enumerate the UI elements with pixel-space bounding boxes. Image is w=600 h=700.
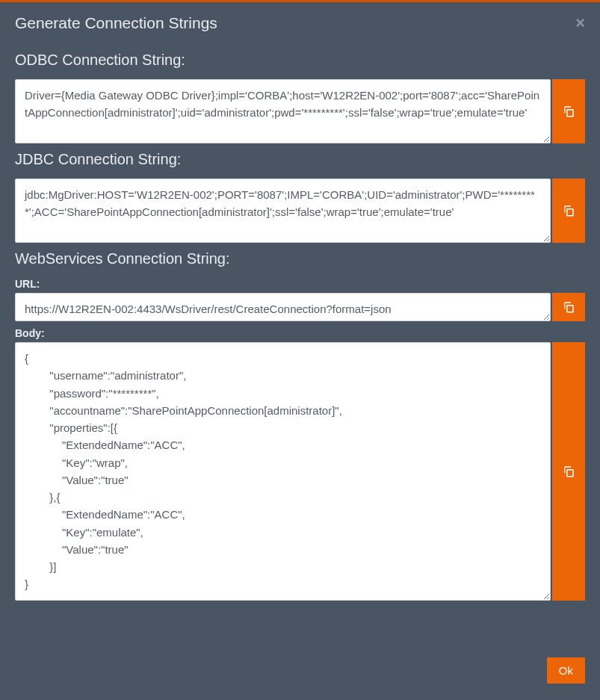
modal-title: Generate Connection Strings <box>15 14 217 32</box>
ws-body-textarea[interactable] <box>15 342 551 601</box>
ws-url-textarea[interactable] <box>15 293 551 321</box>
svg-rect-3 <box>567 470 573 477</box>
close-button[interactable]: × <box>575 15 585 31</box>
copy-icon <box>562 465 575 478</box>
webservices-section-label: WebServices Connection String: <box>15 250 585 267</box>
copy-icon <box>562 300 575 314</box>
jdbc-connection-string-textarea[interactable] <box>15 179 551 243</box>
modal-body: ODBC Connection String: JDBC Connection … <box>0 41 600 645</box>
odbc-connection-string-textarea[interactable] <box>15 79 551 143</box>
generate-connection-strings-modal: Generate Connection Strings × ODBC Conne… <box>0 0 600 700</box>
ws-body-label: Body: <box>15 327 585 339</box>
odbc-copy-button[interactable] <box>552 79 585 143</box>
ws-url-label: URL: <box>15 278 585 290</box>
ws-body-row <box>15 342 585 601</box>
close-icon: × <box>575 13 585 32</box>
svg-rect-2 <box>567 306 573 312</box>
copy-icon <box>562 105 575 118</box>
ok-button[interactable]: Ok <box>547 657 585 684</box>
modal-header: Generate Connection Strings × <box>0 2 600 41</box>
jdbc-copy-button[interactable] <box>552 179 585 243</box>
svg-rect-1 <box>567 209 573 216</box>
copy-icon <box>562 204 575 217</box>
ws-url-copy-button[interactable] <box>552 293 585 321</box>
jdbc-row <box>15 179 585 243</box>
odbc-section-label: ODBC Connection String: <box>15 52 585 69</box>
jdbc-section-label: JDBC Connection String: <box>15 151 585 168</box>
ws-body-copy-button[interactable] <box>552 342 585 601</box>
svg-rect-0 <box>567 110 573 117</box>
odbc-row <box>15 79 585 143</box>
ws-url-row <box>15 293 585 321</box>
modal-footer: Ok <box>0 645 600 700</box>
